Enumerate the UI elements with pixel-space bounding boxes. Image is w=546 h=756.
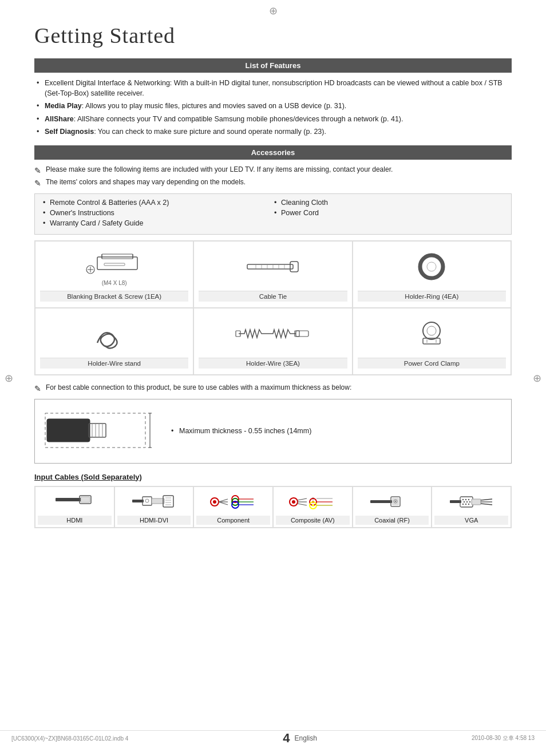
crosshair-top-icon: ⊕ <box>269 5 278 17</box>
list-item: Self Diagnosis: You can check to make su… <box>34 127 512 137</box>
thickness-box: • Maximum thickness - 0.55 inches (14mm) <box>34 399 512 464</box>
svg-point-91 <box>468 503 469 504</box>
svg-point-18 <box>424 259 439 274</box>
accessories-items-grid: (M4 X L8) Blanking Bracket & Screw (1EA) <box>34 240 512 375</box>
accessories-note-2: ✎ The items' colors and shapes may vary … <box>34 178 512 188</box>
list-of-features-header: List of Features <box>34 58 512 73</box>
cable-vga: VGA <box>432 486 511 528</box>
item-holder-wire: Holder-Wire (3EA) <box>193 308 352 375</box>
cable-tie-image <box>239 247 307 287</box>
item-cable-tie: Cable Tie <box>193 241 352 308</box>
hdmi-dvi-label: HDMI-DVI <box>117 516 191 525</box>
power-cord-clamp-image <box>397 314 466 354</box>
power-cord-clamp-label: Power Cord Clamp <box>358 358 506 369</box>
svg-point-83 <box>462 498 463 500</box>
cable-tie-label: Cable Tie <box>199 291 347 302</box>
vga-image <box>434 490 508 513</box>
cable-coaxial: Coaxial (RF) <box>353 486 432 528</box>
svg-rect-4 <box>104 263 125 266</box>
features-list: Excellent Digital Interface & Networking… <box>34 78 512 137</box>
list-item: Owner's Instructions <box>42 209 273 217</box>
svg-line-95 <box>481 504 492 505</box>
component-label: Component <box>196 516 270 525</box>
page: ⊕ ⊕ ⊕ Getting Started List of Features E… <box>0 0 546 756</box>
hdmi-image <box>38 490 112 513</box>
note-icon-2: ✎ <box>34 179 41 188</box>
svg-rect-40 <box>81 497 90 502</box>
svg-rect-8 <box>247 264 293 269</box>
holder-wire-label: Holder-Wire (3EA) <box>199 358 347 369</box>
hdmi-label: HDMI <box>38 516 112 525</box>
list-item: Power Cord <box>273 209 504 217</box>
component-image <box>196 490 270 513</box>
holder-ring-image <box>397 247 466 287</box>
cable-component: Component <box>193 486 273 528</box>
language-label: English <box>295 734 317 742</box>
coaxial-image <box>355 490 429 513</box>
svg-line-53 <box>219 499 228 502</box>
svg-line-93 <box>481 499 492 500</box>
page-number: 4 <box>283 731 290 746</box>
hdmi-dvi-image <box>117 490 191 513</box>
svg-rect-1 <box>102 254 133 259</box>
svg-line-64 <box>298 498 307 500</box>
svg-line-66 <box>298 504 307 505</box>
svg-point-80 <box>395 501 396 502</box>
thickness-diagram <box>44 407 159 455</box>
page-footer: [UC6300(X4)~ZX]BN68-03165C-01L02.indb 4 … <box>0 730 546 746</box>
holder-wire-stand-label: Holder-Wire stand <box>40 358 188 369</box>
svg-rect-43 <box>152 498 164 504</box>
footer-file-info: [UC6300(X4)~ZX]BN68-03165C-01L02.indb 4 <box>11 735 128 742</box>
svg-point-24 <box>427 326 436 335</box>
cables-grid: HDMI HDMI-DVI <box>34 486 512 528</box>
svg-point-63 <box>292 500 295 504</box>
thickness-text: • Maximum thickness - 0.55 inches (14mm) <box>170 427 311 435</box>
list-item: Excellent Digital Interface & Networking… <box>34 78 512 98</box>
svg-point-84 <box>465 498 466 500</box>
page-title: Getting Started <box>34 23 512 48</box>
svg-rect-41 <box>132 500 144 502</box>
svg-point-87 <box>466 501 467 502</box>
svg-point-23 <box>423 322 440 339</box>
input-cables-title: Input Cables (Sold Separately) <box>34 473 512 481</box>
cable-composite: Composite (AV) <box>273 486 353 528</box>
list-item: Warranty Card / Safety Guide <box>42 219 273 227</box>
item-power-cord-clamp: Power Cord Clamp <box>353 308 511 375</box>
list-item: AllShare: AllShare connects your TV and … <box>34 114 512 125</box>
svg-point-86 <box>463 501 464 502</box>
crosshair-right-icon: ⊕ <box>533 372 541 385</box>
svg-point-88 <box>469 501 470 502</box>
svg-point-51 <box>213 500 216 504</box>
accessories-header: Accessories <box>34 145 512 160</box>
item-blanking-bracket: (M4 X L8) Blanking Bracket & Screw (1EA) <box>35 241 193 308</box>
list-item: Cleaning Cloth <box>273 199 504 207</box>
holder-ring-label: Holder-Ring (4EA) <box>358 291 506 302</box>
crosshair-left-icon: ⊕ <box>5 372 13 385</box>
blanking-bracket-label: Blanking Bracket & Screw (1EA) <box>40 291 188 302</box>
svg-rect-9 <box>290 262 298 272</box>
coaxial-label: Coaxial (RF) <box>355 516 429 525</box>
footer-date: 2010-08-30 오후 4:58 13 <box>472 734 535 742</box>
note-icon-1: ✎ <box>34 166 41 175</box>
accessories-note-1: ✎ Please make sure the following items a… <box>34 165 512 175</box>
accessories-section: Accessories ✎ Please make sure the follo… <box>34 145 512 375</box>
svg-rect-42 <box>143 497 152 505</box>
accessories-list-box: Remote Control & Batteries (AAA x 2) Own… <box>34 193 512 235</box>
blanking-bracket-sublabel: (M4 X L8) <box>102 280 127 286</box>
item-holder-wire-stand: Holder-Wire stand <box>35 308 193 375</box>
accessories-col-right: Cleaning Cloth Power Cord <box>273 199 504 229</box>
list-item: Remote Control & Batteries (AAA x 2) <box>42 199 273 207</box>
note-icon-3: ✎ <box>34 384 41 393</box>
holder-wire-stand-image <box>80 314 149 354</box>
page-number-box: 4 English <box>283 731 317 746</box>
svg-rect-45 <box>163 496 173 507</box>
svg-rect-76 <box>370 500 392 503</box>
svg-point-85 <box>468 498 469 500</box>
svg-rect-92 <box>472 499 481 505</box>
svg-rect-29 <box>89 423 106 437</box>
holder-wire-image <box>233 314 313 354</box>
svg-point-72 <box>312 504 314 506</box>
thickness-note: ✎ For best cable connection to this prod… <box>34 383 512 393</box>
accessories-col-left: Remote Control & Batteries (AAA x 2) Own… <box>42 199 273 229</box>
vga-label: VGA <box>434 516 508 525</box>
